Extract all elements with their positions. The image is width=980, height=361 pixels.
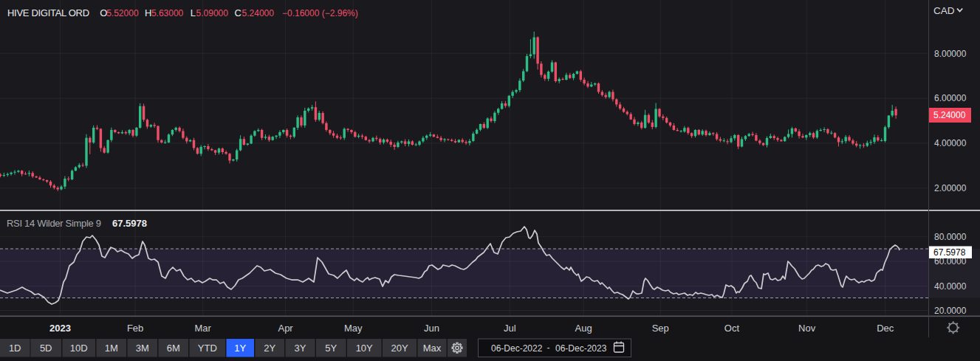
svg-text:H: H (145, 7, 151, 18)
svg-text:5.52000: 5.52000 (106, 8, 139, 18)
svg-text:06-Dec-2022: 06-Dec-2022 (491, 343, 543, 354)
svg-text:3Y: 3Y (295, 343, 306, 354)
svg-text:5D: 5D (40, 343, 52, 354)
svg-text:YTD: YTD (198, 343, 217, 354)
svg-text:Jul: Jul (504, 323, 516, 334)
svg-text:4.00000: 4.00000 (934, 138, 967, 148)
svg-text:1D: 1D (9, 343, 21, 354)
svg-text:Nov: Nov (798, 323, 816, 334)
svg-text:10D: 10D (70, 343, 88, 354)
svg-text:6M: 6M (167, 343, 180, 354)
svg-text:67.5978: 67.5978 (933, 247, 966, 258)
svg-text:6.00000: 6.00000 (934, 93, 967, 103)
svg-text:RSI 14 Wilder Simple 9: RSI 14 Wilder Simple 9 (7, 218, 101, 229)
svg-text:40.0000: 40.0000 (934, 281, 967, 292)
svg-text:C: C (234, 7, 241, 18)
svg-text:2023: 2023 (49, 323, 71, 334)
svg-text:HIVE DIGITAL ORD: HIVE DIGITAL ORD (7, 7, 89, 18)
svg-text:Apr: Apr (278, 323, 293, 334)
svg-text:Dec: Dec (877, 323, 894, 334)
svg-text:5.09000: 5.09000 (196, 8, 229, 18)
svg-text:1M: 1M (105, 343, 118, 354)
svg-text:−0.16000 (−2.96%): −0.16000 (−2.96%) (282, 8, 358, 18)
svg-text:3M: 3M (136, 343, 149, 354)
svg-text:Sep: Sep (652, 323, 669, 334)
svg-text:Oct: Oct (724, 323, 740, 334)
svg-text:20Y: 20Y (391, 343, 408, 354)
svg-text:Feb: Feb (127, 323, 143, 334)
svg-text:5.24000: 5.24000 (933, 110, 966, 120)
svg-text:67.5978: 67.5978 (112, 218, 147, 229)
svg-text:CAD: CAD (933, 5, 955, 16)
svg-text:20.0000: 20.0000 (934, 306, 967, 316)
svg-text:80.0000: 80.0000 (934, 232, 967, 242)
svg-text:10Y: 10Y (356, 343, 373, 354)
svg-text:Max: Max (423, 343, 442, 354)
svg-text:-: - (547, 343, 550, 353)
svg-text:May: May (344, 323, 363, 334)
svg-text:Mar: Mar (195, 323, 212, 334)
svg-text:8.00000: 8.00000 (934, 49, 967, 59)
svg-text:Jun: Jun (424, 323, 439, 334)
svg-text:06-Dec-2023: 06-Dec-2023 (555, 343, 607, 354)
svg-text:5.24000: 5.24000 (242, 8, 275, 18)
svg-text:5.63000: 5.63000 (151, 8, 184, 18)
svg-text:L: L (191, 7, 196, 18)
svg-text:5Y: 5Y (325, 343, 337, 354)
svg-text:2.00000: 2.00000 (934, 183, 967, 193)
svg-text:Aug: Aug (575, 323, 592, 334)
svg-text:1Y: 1Y (234, 343, 246, 354)
svg-text:2Y: 2Y (264, 343, 275, 354)
